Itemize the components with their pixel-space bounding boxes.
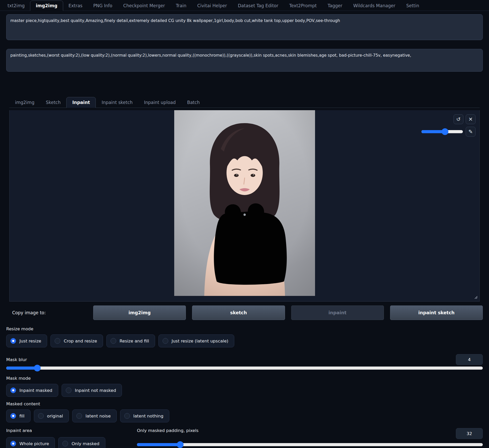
only-masked-padding-section: Only masked padding, pixels [137,428,483,448]
inpaint-area-section: Inpaint area Whole picture Only masked [6,428,137,448]
copy-to-inpaint-button: inpaint [291,305,384,320]
only-masked-padding-slider[interactable] [137,443,483,446]
only-masked-padding-value-input[interactable] [456,428,483,439]
tab-civitai-helper[interactable]: Civitai Helper [192,1,232,11]
tab-png-info[interactable]: PNG Info [88,1,118,11]
copy-to-inpaint-sketch-button[interactable]: inpaint sketch [390,305,483,320]
tab-wildcards-manager[interactable]: Wildcards Manager [348,1,401,11]
resize-mode-label: Resize mode [6,326,483,331]
mask-blur-section: Mask blur [6,354,483,370]
inpaint-editor-panel: ↺ ✕ ✎ [9,110,480,302]
radio-inpaint-masked[interactable]: Inpaint masked [6,384,58,397]
tab-inpaint-upload[interactable]: Inpaint upload [138,97,181,108]
only-masked-padding-label: Only masked padding, pixels [137,428,199,433]
radio-just-resize[interactable]: Just resize [6,334,47,347]
copy-image-label: Copy image to: [6,310,93,315]
resize-mode-section: Resize mode Just resize Crop and resize … [6,326,483,347]
mask-mode-section: Mask mode Inpaint masked Inpaint not mas… [6,376,483,397]
tab-tagger[interactable]: Tagger [322,1,348,11]
inpaint-area-label: Inpaint area [6,428,137,433]
masked-content-label: Masked content [6,401,483,406]
masked-content-section: Masked content fill original latent nois… [6,401,483,422]
brush-size-slider-handle[interactable] [442,128,448,135]
positive-prompt-wrap: master piece,higtquality,best quality,Am… [6,14,483,41]
tab-inpaint[interactable]: Inpaint [66,97,96,108]
radio-whole-picture[interactable]: Whole picture [6,437,55,448]
radio-just-resize-latent-upscale[interactable]: Just resize (latent upscale) [158,334,234,347]
radio-inpaint-not-masked[interactable]: Inpaint not masked [62,384,122,397]
copy-to-sketch-button[interactable]: sketch [192,305,285,320]
radio-crop-and-resize[interactable]: Crop and resize [50,334,103,347]
tab-txt2img[interactable]: txt2img [2,1,30,11]
tab-inpaint-sketch[interactable]: Inpaint sketch [96,97,138,108]
mask-mode-label: Mask mode [6,376,483,381]
radio-original[interactable]: original [34,409,69,422]
brush-size-row: ✎ [421,127,476,137]
mask-blur-slider[interactable] [6,367,483,370]
negative-prompt-input[interactable]: painting,sketches,(worst quality:2),(low… [6,49,483,72]
mask-blur-label: Mask blur [6,357,27,362]
mask-blur-value-input[interactable] [456,354,483,365]
negative-prompt-wrap: painting,sketches,(worst quality:2),(low… [6,49,483,73]
undo-icon[interactable]: ↺ [454,114,463,124]
copy-to-img2img-button[interactable]: img2img [93,305,186,320]
inpaint-canvas-image[interactable] [174,110,315,296]
tab-settings[interactable]: Settin [401,1,425,11]
radio-resize-and-fill[interactable]: Resize and fill [106,334,155,347]
main-tab-bar: txt2img img2img Extras PNG Info Checkpoi… [0,0,489,11]
radio-latent-noise[interactable]: latent noise [72,409,116,422]
tab-dataset-tag-editor[interactable]: Dataset Tag Editor [232,1,284,11]
close-icon[interactable]: ✕ [466,114,476,124]
tab-text2prompt[interactable]: Text2Prompt [284,1,322,11]
positive-prompt-input[interactable]: master piece,higtquality,best quality,Am… [6,14,483,40]
img2img-mode-tab-bar: img2img Sketch Inpaint Inpaint sketch In… [9,96,480,108]
tab-sketch[interactable]: Sketch [40,97,66,108]
tab-checkpoint-merger[interactable]: Checkpoint Merger [118,1,170,11]
brush-size-slider[interactable] [421,130,463,133]
tab-batch[interactable]: Batch [181,97,206,108]
tab-extras[interactable]: Extras [63,1,88,11]
editor-toolbar: ↺ ✕ [454,114,476,124]
tab-img2img[interactable]: img2img [30,1,63,11]
mask-blur-slider-handle[interactable] [34,365,41,371]
inpaint-area-row: Inpaint area Whole picture Only masked O… [6,428,483,448]
radio-fill[interactable]: fill [6,409,31,422]
brush-icon[interactable]: ✎ [466,127,476,137]
radio-latent-nothing[interactable]: latent nothing [120,409,169,422]
copy-image-row: Copy image to: img2img sketch inpaint in… [6,305,483,320]
tab-img2img-mode[interactable]: img2img [9,97,40,108]
radio-only-masked[interactable]: Only masked [58,437,105,448]
tab-train[interactable]: Train [170,1,192,11]
only-masked-padding-slider-handle[interactable] [177,441,184,448]
resize-grip-icon[interactable] [474,295,478,300]
